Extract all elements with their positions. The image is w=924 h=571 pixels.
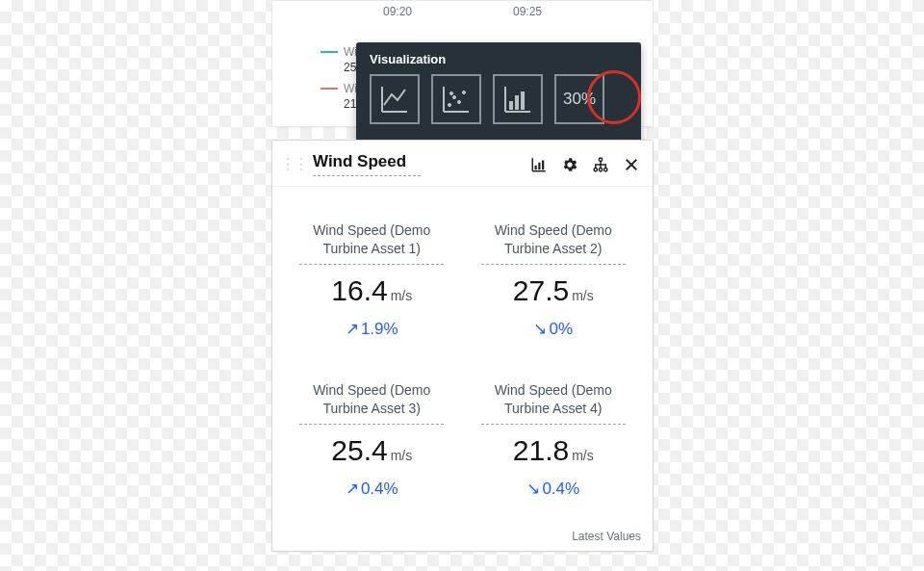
close-button[interactable] [620, 153, 643, 176]
metric-tile: Wind Speed (DemoTurbine Asset 2) 27.5m/s… [468, 221, 640, 339]
trend-percent: 0.4% [542, 480, 579, 498]
metric-tile: Wind Speed (DemoTurbine Asset 3) 25.4m/s… [286, 381, 458, 499]
chart-legend: Wi 25 Wi 21 [321, 45, 357, 111]
time-tick: 09:20 [383, 5, 412, 18]
arrow-down-right-icon: ↘ [533, 320, 547, 338]
scatter-plot-icon [441, 84, 472, 115]
metric-unit: m/s [572, 448, 594, 463]
metric-value-row: 25.4m/s [286, 436, 458, 465]
trend-percent: 0.4% [361, 480, 398, 498]
svg-point-0 [448, 103, 450, 106]
svg-rect-6 [515, 95, 519, 110]
metric-value: 21.8 [513, 434, 569, 466]
metric-divider [299, 424, 444, 425]
line-chart-icon [379, 84, 410, 115]
bar-chart-icon [502, 84, 533, 115]
close-icon [623, 156, 640, 173]
metric-value: 16.4 [331, 274, 387, 306]
metric-tile: Wind Speed (DemoTurbine Asset 4) 21.8m/s… [468, 381, 640, 499]
bar-chart-option[interactable] [493, 74, 543, 124]
visualization-popover: Visualization 30% [356, 42, 641, 143]
metric-tile: Wind Speed (DemoTurbine Asset 1) 16.4m/s… [286, 221, 458, 339]
metric-divider [481, 424, 626, 425]
metric-value-row: 21.8m/s [468, 436, 640, 465]
line-chart-option[interactable] [370, 74, 420, 124]
arrow-down-right-icon: ↘ [526, 480, 540, 498]
metric-label: Wind Speed (DemoTurbine Asset 2) [468, 221, 640, 258]
metric-trend: ↘0% [468, 319, 640, 339]
metric-label: Wind Speed (DemoTurbine Asset 4) [468, 381, 640, 418]
popover-title: Visualization [370, 52, 628, 66]
metric-label: Wind Speed (DemoTurbine Asset 1) [286, 221, 458, 258]
svg-rect-9 [538, 162, 540, 169]
hierarchy-icon [592, 156, 609, 173]
time-axis-labels: 09:20 09:25 [272, 5, 653, 18]
svg-rect-10 [542, 160, 544, 169]
metric-value-row: 27.5m/s [468, 276, 640, 305]
svg-rect-5 [509, 101, 513, 110]
settings-button[interactable] [558, 153, 581, 176]
card-footer-label: Latest Values [572, 530, 641, 543]
metric-value-row: 16.4m/s [286, 276, 458, 305]
card-header: Wind Speed [272, 141, 653, 187]
wind-speed-card: Wind Speed Wind Speed (DemoTurbine Asset… [271, 140, 654, 552]
svg-point-14 [604, 168, 607, 170]
scatter-plot-option[interactable] [431, 74, 481, 124]
arrow-up-right-icon: ↗ [346, 480, 359, 498]
metric-value: 27.5 [513, 274, 569, 306]
svg-point-11 [599, 158, 602, 161]
metric-value: 25.4 [331, 434, 387, 466]
metric-unit: m/s [391, 288, 413, 303]
arrow-up-right-icon: ↗ [346, 320, 359, 338]
legend-item: Wi [321, 82, 357, 95]
metric-trend: ↗0.4% [286, 479, 458, 499]
metric-trend: ↗1.9% [286, 319, 458, 339]
bar-chart-icon [530, 156, 548, 173]
svg-point-1 [452, 95, 455, 98]
svg-point-12 [594, 168, 597, 170]
visualization-options: 30% [370, 74, 628, 124]
title-underline [313, 175, 421, 176]
legend-label: Wi [344, 82, 357, 95]
metric-label: Wind Speed (DemoTurbine Asset 3) [286, 381, 458, 418]
metric-divider [299, 264, 444, 265]
visualization-button[interactable] [527, 153, 551, 176]
card-title: Wind Speed [313, 152, 421, 171]
legend-item: Wi [321, 45, 357, 59]
trend-percent: 1.9% [361, 320, 398, 338]
time-tick: 09:25 [513, 5, 542, 18]
metric-divider [481, 264, 626, 265]
metric-unit: m/s [391, 448, 413, 463]
svg-rect-7 [521, 91, 525, 110]
drag-handle-icon[interactable] [280, 157, 307, 172]
legend-value: 25 [344, 61, 357, 74]
svg-point-2 [457, 100, 460, 103]
metric-trend: ↘0.4% [468, 479, 640, 499]
svg-point-13 [599, 168, 602, 170]
svg-rect-8 [535, 165, 537, 169]
legend-swatch [321, 51, 338, 53]
trend-percent: 0% [549, 320, 573, 338]
legend-label: Wi [344, 45, 357, 59]
kpi-option-label: 30% [563, 90, 596, 109]
metric-unit: m/s [572, 288, 594, 303]
metrics-grid: Wind Speed (DemoTurbine Asset 1) 16.4m/s… [272, 187, 653, 499]
svg-point-3 [462, 91, 465, 93]
hierarchy-button[interactable] [589, 153, 612, 176]
svg-point-4 [449, 91, 452, 94]
card-title-wrap[interactable]: Wind Speed [313, 152, 421, 176]
gear-icon [561, 156, 578, 173]
legend-swatch [321, 88, 338, 90]
kpi-option[interactable]: 30% [554, 74, 604, 124]
legend-value: 21 [344, 97, 357, 111]
